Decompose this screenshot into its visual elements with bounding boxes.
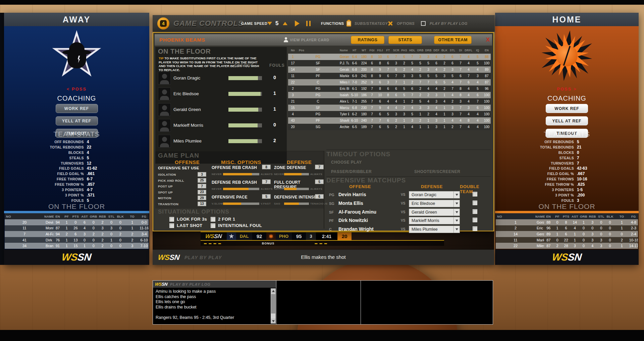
double-team-checkbox[interactable] [473, 192, 477, 196]
set-use-value[interactable]: 13 [198, 202, 206, 206]
chevron-down-icon[interactable] [453, 209, 460, 216]
speed-down-icon[interactable] [267, 15, 272, 32]
table-row[interactable]: 11Monta Ellis8712640330111-16 [5, 225, 149, 231]
set-use-row: SPOT UP 23 [158, 190, 209, 196]
slider[interactable] [223, 173, 259, 175]
speed-up-icon[interactable] [283, 15, 287, 32]
2-for-1-option[interactable]: 2 FOR 1 [211, 217, 235, 222]
table-row[interactable]: 1Goran Dragic880814130014-8 [496, 219, 638, 225]
checkbox-icon[interactable] [211, 223, 215, 228]
play-icon[interactable] [295, 15, 300, 32]
table-row[interactable]: 41Dirk Nowitzki761130021026-10 [5, 237, 149, 243]
close-icon[interactable]: X [486, 37, 490, 43]
checkbox-icon[interactable] [169, 223, 174, 228]
roster-row[interactable]: 2PGEric Bledsoe6-11927866562442784596 [288, 86, 491, 92]
defensive-matchups-section: DEFENSIVE MATCHUPS OFFENSE DEFENSE DOUBL… [326, 176, 491, 230]
table-row[interactable]: 34Brandan Wright911151020037-10 [5, 243, 149, 249]
floor-player-row[interactable]: Eric Bledsoe 1 [155, 86, 287, 102]
clipboard-icon[interactable] [346, 15, 351, 32]
slider[interactable] [284, 173, 309, 175]
stats-button[interactable]: STATS [388, 36, 422, 44]
cell: 94 [53, 231, 62, 237]
roster-row[interactable]: 14SFGerald Green6-82008976242342374489 [288, 66, 491, 73]
set-use-value[interactable]: 23 [198, 190, 206, 194]
player-name[interactable]: Miles Plumlee [173, 138, 202, 144]
slider[interactable] [223, 188, 259, 190]
home-work-ref-button[interactable]: WORK REF [546, 104, 588, 113]
table-row[interactable]: 11Markieff Morris8702210330210-18 [496, 237, 638, 243]
floor-player-row[interactable]: Miles Plumlee 2 [155, 133, 287, 149]
floor-player-row[interactable]: Gerald Green 1 [155, 102, 287, 118]
table-row[interactable]: 14Gerald Green89161030002-4 [496, 231, 638, 237]
scroll-down-icon[interactable] [271, 319, 276, 324]
stat-value: 12 [87, 161, 91, 166]
last-shot-option[interactable]: LAST SHOT [169, 223, 202, 228]
cell: Gerald Green [338, 66, 349, 73]
roster-row[interactable]: 20SGArchie Goodwin6-51897652141131274410… [288, 124, 491, 130]
roster-row[interactable]: 1PGGoran Dragic6-418081067673342674588 [288, 54, 491, 60]
double-team-checkbox[interactable] [473, 209, 477, 214]
home-yell-at-ref-button[interactable]: YELL AT REF [546, 116, 588, 125]
table-row[interactable]: 7Al-Farouq Aminu94263220223-4 [5, 231, 149, 237]
cell: 8 [376, 60, 384, 66]
roster-row[interactable]: 21CAlex Len7-125576441254342347100 [288, 98, 491, 105]
cell: 6 [384, 117, 392, 124]
set-use-value[interactable]: 7 [198, 184, 206, 188]
floor-player-row[interactable]: Goran Dragic 0 [155, 70, 287, 86]
stat-value: 0 [577, 150, 579, 155]
log-window-icon[interactable] [421, 15, 426, 32]
pause-icon[interactable] [306, 15, 311, 32]
table-row[interactable]: 22Miles Plumlee8722830430114-17 [496, 243, 638, 249]
double-team-checkbox[interactable] [473, 226, 477, 231]
slider[interactable] [284, 203, 309, 205]
roster-row[interactable]: 11PFMarkieff Morris6-9241896733555356738… [288, 73, 491, 79]
set-use-value[interactable]: 3 [198, 172, 206, 177]
scroll-up-icon[interactable] [271, 288, 276, 293]
away-work-ref-button[interactable]: WORK REF [56, 104, 98, 113]
defender-dropdown[interactable]: Markieff Morris [409, 217, 460, 224]
other-team-button[interactable]: OTHER TEAM [434, 36, 472, 44]
player-name[interactable]: Markieff Morris [173, 123, 203, 128]
slider-label: OFFENSIVE PACE [212, 195, 248, 200]
table-row[interactable]: 2Eric Bledsoe96164000012-3 [496, 225, 638, 231]
options-button[interactable]: OPTIONS [397, 15, 415, 32]
double-team-checkbox[interactable] [473, 218, 477, 222]
defender-dropdown[interactable]: Eric Bledsoe [409, 200, 460, 207]
roster-row[interactable]: 22CMiles Plumlee7-02529637127765476487 [288, 79, 491, 86]
player-name[interactable]: Goran Dragic [173, 75, 200, 80]
set-use-value[interactable]: 25 [198, 178, 206, 183]
defender-dropdown[interactable]: Miles Plumlee [409, 226, 460, 233]
checkbox-icon[interactable] [169, 217, 174, 222]
roster-row[interactable]: 15SFMarcus Morris6-823079442433413736100 [288, 105, 491, 111]
log-scrollbar[interactable] [271, 288, 276, 324]
set-use-value[interactable]: 29 [198, 195, 206, 200]
slider[interactable] [223, 203, 259, 205]
chevron-down-icon[interactable] [453, 200, 460, 207]
defender-dropdown[interactable]: Gerald Green [409, 209, 460, 216]
chevron-down-icon[interactable] [453, 191, 460, 198]
play-by-play-log-button[interactable]: PLAY BY PLAY LOG [430, 15, 468, 32]
subs-strategy-button[interactable]: SUBS/STRATEGY [355, 15, 388, 32]
look-for-3s-option[interactable]: LOOK FOR 3s [169, 217, 207, 222]
double-team-checkbox[interactable] [473, 201, 477, 205]
player-name[interactable]: Gerald Green [173, 107, 201, 112]
view-player-card-button[interactable]: VIEW PLAYER CARD [284, 37, 329, 42]
slider[interactable] [284, 188, 309, 190]
roster-row[interactable]: 43PFShavlik Randolph6-102407762132131448… [288, 117, 491, 124]
table-row[interactable]: 20Devin Harris94106020010-0 [5, 219, 149, 225]
roster-row[interactable]: 3PGIsaiah Thomas5-1018671086572231484610… [288, 92, 491, 98]
floor-player-row[interactable]: Markieff Morris 0 [155, 118, 287, 133]
defender-dropdown[interactable]: Goran Dragic [409, 191, 460, 198]
roster-row[interactable]: 17SFP.J. Tucker6-622468632555626745100 [288, 60, 491, 66]
checkbox-icon[interactable] [211, 217, 215, 222]
intentional-foul-option[interactable]: INTENTIONAL FOUL [211, 223, 262, 228]
player-name[interactable]: Eric Bledsoe [173, 91, 199, 96]
chevron-down-icon[interactable] [453, 217, 460, 224]
chevron-down-icon[interactable] [453, 226, 460, 233]
ratings-button[interactable]: RATINGS [351, 36, 384, 44]
away-yell-at-ref-button[interactable]: YELL AT REF [56, 116, 98, 125]
cell: 2 [440, 86, 448, 92]
scrollbar-thumb[interactable] [271, 294, 275, 314]
tools-icon[interactable] [387, 15, 393, 32]
roster-row[interactable]: 4PGTyler Ennis6-218076533512413744100 [288, 111, 491, 117]
